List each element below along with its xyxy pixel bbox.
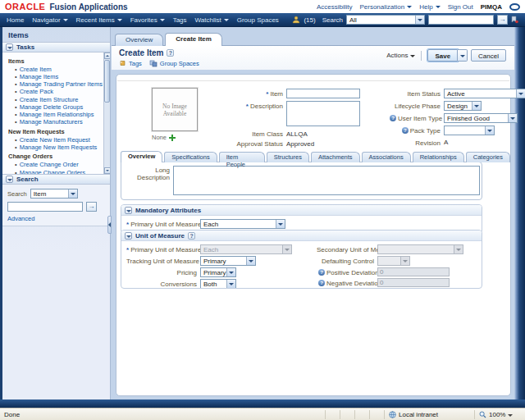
subtab-overview[interactable]: Overview — [121, 151, 162, 162]
nav-recent-items[interactable]: Recent Items — [76, 16, 122, 24]
subtab-relationships[interactable]: Relationships — [413, 152, 464, 162]
search-panel: Search Item → Advanced — [2, 185, 110, 226]
page-header: Create Item ? Tags Group Spaces Actions … — [112, 46, 514, 70]
user-item-type-select[interactable]: Finished Good — [444, 113, 518, 123]
task-group-change-orders: Change Orders — [8, 153, 102, 160]
page-title: Create Item — [119, 48, 163, 57]
sidebar-search-go-button[interactable]: → — [86, 202, 97, 212]
revision-value: A — [444, 138, 448, 146]
positive-deviation-label: Positive Deviation Factor — [326, 269, 374, 276]
task-link[interactable]: Create Item Structure — [15, 97, 102, 103]
tasks-scrollbar[interactable] — [103, 52, 110, 174]
tasks-panel-header[interactable]: Tasks — [2, 42, 110, 52]
global-search-input[interactable] — [428, 15, 494, 25]
help-icon[interactable]: ? — [188, 232, 195, 240]
help-icon[interactable]: ? — [318, 269, 325, 276]
collapse-icon[interactable] — [125, 232, 132, 240]
pricing-select[interactable]: Primary — [200, 267, 236, 277]
cancel-button[interactable]: Cancel — [471, 49, 506, 62]
mandatory-attributes-header[interactable]: Mandatory Attributes — [121, 205, 482, 216]
global-search-go-button[interactable]: → — [497, 15, 508, 25]
sign-out-link[interactable]: Sign Out — [448, 3, 473, 11]
watchlist-count[interactable]: (15) — [304, 16, 315, 24]
nav-favorites[interactable]: Favorites — [130, 16, 165, 24]
personalization-menu[interactable]: Personalization — [359, 3, 412, 11]
search-panel-header[interactable]: Search — [2, 174, 110, 185]
help-icon[interactable]: ? — [390, 115, 396, 121]
long-description-input[interactable] — [173, 166, 480, 195]
task-link[interactable]: Manage Item Relationships — [15, 112, 102, 118]
unit-of-measure-header[interactable]: Unit of Measure ? — [121, 231, 482, 241]
help-icon[interactable]: ? — [167, 49, 174, 57]
task-link[interactable]: Create Pack — [15, 89, 102, 95]
lifecycle-phase-select[interactable]: Design — [444, 101, 482, 111]
tab-overview[interactable]: Overview — [115, 34, 163, 46]
subtab-associations[interactable]: Associations — [362, 152, 411, 162]
conversions-select[interactable]: Both — [200, 279, 236, 289]
task-link[interactable]: Manage Trading Partner Items — [15, 81, 102, 88]
status-cell — [354, 410, 369, 419]
nav-navigator[interactable]: Navigator — [32, 16, 67, 24]
subtab-specifications[interactable]: Specifications — [164, 152, 217, 162]
item-class-value: ALLQA — [286, 129, 308, 138]
save-options-icon[interactable] — [458, 49, 468, 62]
task-link[interactable]: Create Change Order — [15, 162, 102, 168]
chevron-down-icon — [68, 189, 77, 198]
help-menu[interactable]: Help — [419, 3, 440, 11]
chevron-down-icon[interactable] — [508, 414, 513, 417]
tags-link[interactable]: Tags — [129, 60, 142, 67]
zoom-control[interactable]: 100% — [474, 410, 525, 419]
person-icon[interactable] — [292, 16, 300, 24]
nav-group-spaces[interactable]: Group Spaces — [237, 16, 279, 24]
tab-create-item[interactable]: Create Item — [165, 33, 222, 46]
divider — [421, 51, 422, 61]
revision-label: Revision — [380, 138, 441, 147]
item-status-select[interactable]: Active — [444, 89, 525, 98]
window-frame-bottom — [0, 399, 525, 408]
task-link[interactable]: Manage Items — [15, 74, 102, 80]
scroll-thumb[interactable] — [104, 60, 110, 103]
subtab-item-people[interactable]: Item People — [219, 152, 265, 162]
item-summary-form: No Image Available None *Item *Descripti — [117, 80, 509, 149]
collapse-icon[interactable] — [6, 176, 13, 183]
description-input[interactable] — [286, 101, 360, 126]
help-icon[interactable]: ? — [402, 127, 409, 134]
sidebar-search-input[interactable] — [7, 202, 83, 212]
add-image-icon[interactable] — [169, 135, 176, 141]
task-link[interactable]: Create New Item Request — [15, 137, 102, 144]
product-name: Fusion Applications — [49, 2, 127, 11]
collapse-icon[interactable] — [125, 207, 132, 214]
sidebar-search-scope[interactable]: Item — [30, 189, 78, 199]
task-link[interactable]: Create Item — [15, 66, 102, 73]
chevron-down-icon — [485, 126, 494, 135]
main-region: Overview Create Item Create Item ? Tags … — [112, 27, 514, 399]
subtab-categories[interactable]: Categories — [466, 152, 510, 162]
task-link[interactable]: Manage New Item Requests — [15, 144, 102, 151]
task-link[interactable]: Manage Manufacturers — [15, 119, 102, 126]
save-button[interactable]: Save — [427, 49, 458, 62]
subtab-attachments[interactable]: Attachments — [311, 152, 360, 162]
actions-menu[interactable]: Actions — [386, 52, 415, 59]
primary-uom-select[interactable]: Each — [200, 219, 285, 229]
item-input[interactable] — [286, 89, 360, 98]
task-link[interactable]: Manage Change Orders — [15, 170, 102, 174]
saved-search-icon[interactable] — [511, 16, 518, 24]
group-spaces-link[interactable]: Group Spaces — [160, 60, 199, 67]
nav-tags[interactable]: Tags — [173, 16, 187, 24]
task-link[interactable]: Manage Delete Groups — [15, 104, 102, 111]
subtab-structures[interactable]: Structures — [267, 152, 309, 162]
pack-type-select[interactable] — [444, 126, 495, 135]
nav-watchlist[interactable]: Watchlist — [195, 16, 229, 24]
long-description-label: Long Description — [125, 166, 170, 199]
global-search-scope[interactable]: All — [346, 15, 425, 25]
advanced-search-link[interactable]: Advanced — [7, 215, 105, 222]
scroll-down-icon[interactable] — [104, 167, 110, 174]
approval-status-label: Approval Status — [234, 139, 283, 148]
help-icon[interactable]: ? — [318, 280, 325, 286]
task-group-new-item-requests: New Item Requests — [8, 128, 102, 135]
scroll-up-icon[interactable] — [104, 52, 110, 59]
collapse-icon[interactable] — [6, 43, 13, 51]
nav-home[interactable]: Home — [7, 16, 24, 24]
tracking-uom-select[interactable]: Primary — [200, 256, 256, 266]
accessibility-link[interactable]: Accessibility — [317, 3, 353, 11]
